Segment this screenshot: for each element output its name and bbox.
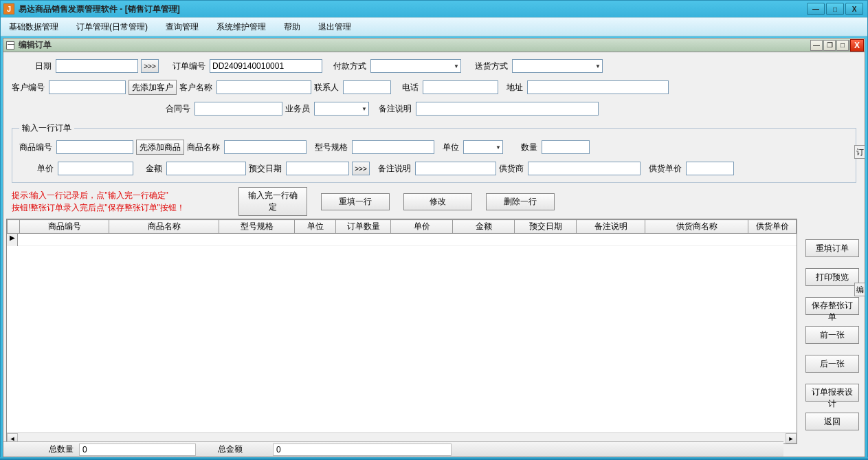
total-qty-value: 0 [79, 443, 196, 456]
modify-line-button[interactable]: 修改 [403, 193, 472, 210]
address-input[interactable] [527, 80, 669, 94]
side-tab-order[interactable]: 订 [854, 145, 865, 159]
col-product-name[interactable]: 商品名称 [109, 220, 219, 234]
outer-maximize-button[interactable]: □ [826, 3, 844, 15]
col-product-no[interactable]: 商品编号 [20, 220, 109, 234]
inner-minimize-button[interactable]: — [810, 40, 823, 51]
amount-label: 金额 [146, 163, 162, 175]
supplier-label: 供货商 [499, 163, 524, 175]
total-amount-value: 0 [273, 443, 452, 456]
delete-line-button[interactable]: 删除一行 [486, 193, 555, 210]
add-customer-button[interactable]: 先添加客户 [129, 80, 177, 95]
menu-help[interactable]: 帮助 [281, 19, 303, 36]
col-supply-price[interactable]: 供货单价 [748, 220, 797, 234]
order-lines-grid[interactable]: 商品编号 商品名称 型号规格 单位 订单数量 单价 金额 预交日期 备注说明 供… [6, 219, 797, 444]
col-remark[interactable]: 备注说明 [577, 220, 645, 234]
salesman-select[interactable] [314, 102, 369, 116]
col-model[interactable]: 型号规格 [219, 220, 295, 234]
order-no-input[interactable] [210, 59, 322, 73]
contact-label: 联系人 [314, 82, 339, 94]
phone-label: 电话 [402, 82, 419, 94]
os-taskbar [0, 457, 868, 460]
side-tab-edit[interactable]: 编 [854, 283, 865, 296]
total-qty-label: 总数量 [49, 443, 74, 455]
due-date-picker-button[interactable]: >>> [352, 162, 370, 175]
status-footer: 总数量 0 总金额 0 [3, 441, 783, 457]
date-input[interactable] [56, 59, 138, 73]
outer-close-button[interactable]: X [845, 3, 863, 15]
model-input[interactable] [352, 140, 434, 154]
confirm-line-button[interactable]: 输入完一行确定 [238, 187, 307, 216]
qty-label: 数量 [521, 142, 537, 153]
contact-input[interactable] [343, 80, 391, 94]
contract-input[interactable] [194, 102, 282, 116]
menu-system-maint[interactable]: 系统维护管理 [214, 19, 269, 36]
add-product-button[interactable]: 先添加商品 [136, 140, 184, 155]
inner-restore-button[interactable]: ❐ [823, 40, 836, 51]
col-price[interactable]: 单价 [391, 220, 453, 234]
menu-query-mgmt[interactable]: 查询管理 [163, 19, 201, 36]
inner-maximize-button[interactable]: □ [836, 40, 849, 51]
phone-input[interactable] [423, 80, 498, 94]
supplier-input[interactable] [528, 162, 641, 175]
refill-line-button[interactable]: 重填一行 [321, 193, 390, 210]
line-remark-label: 备注说明 [378, 163, 411, 175]
save-order-button[interactable]: 保存整张订单 [805, 297, 859, 315]
hint-line2: 按钮!整张订单录入完后点"保存整张订单"按钮！ [12, 201, 225, 214]
price-label: 单价 [37, 163, 54, 175]
grid-header-row: 商品编号 商品名称 型号规格 单位 订单数量 单价 金额 预交日期 备注说明 供… [8, 220, 797, 234]
remark-input[interactable] [416, 102, 599, 116]
print-preview-button[interactable]: 打印预览 [805, 268, 859, 286]
line-entry-legend: 输入一行订单 [19, 122, 74, 134]
model-label: 型号规格 [315, 142, 348, 153]
col-unit[interactable]: 单位 [295, 220, 336, 234]
menu-basic-data[interactable]: 基础数据管理 [6, 19, 61, 36]
price-input[interactable] [58, 162, 133, 175]
product-name-label: 商品名称 [187, 142, 220, 153]
line-entry-group: 输入一行订单 商品编号 先添加商品 商品名称 型号规格 单位 数量 单价 [12, 122, 856, 183]
salesman-label: 业务员 [285, 103, 310, 115]
line-remark-input[interactable] [415, 162, 496, 175]
customer-name-label: 客户名称 [179, 82, 212, 94]
prev-order-button[interactable]: 前一张 [805, 326, 859, 344]
supply-price-label: 供货单价 [649, 163, 682, 175]
outer-minimize-button[interactable]: — [807, 3, 825, 15]
supply-price-input[interactable] [686, 162, 734, 175]
inner-window-title: 编辑订单 [19, 39, 810, 51]
app-title: 易达商品销售发票管理软件 - [销售订单管理] [19, 3, 807, 15]
ship-method-select[interactable] [512, 59, 603, 73]
customer-no-input[interactable] [49, 80, 126, 94]
date-label: 日期 [35, 61, 52, 72]
report-design-button[interactable]: 订单报表设计 [805, 384, 859, 402]
pay-method-label: 付款方式 [333, 61, 366, 72]
next-order-button[interactable]: 后一张 [805, 355, 859, 373]
qty-input[interactable] [542, 140, 590, 154]
scroll-right-button[interactable]: ► [786, 433, 797, 443]
product-name-input[interactable] [224, 140, 307, 154]
col-due-date[interactable]: 预交日期 [515, 220, 577, 234]
customer-no-label: 客户编号 [12, 82, 45, 94]
refill-order-button[interactable]: 重填订单 [805, 239, 859, 257]
col-amount[interactable]: 金额 [453, 220, 515, 234]
table-row[interactable] [18, 234, 797, 246]
col-order-qty[interactable]: 订单数量 [336, 220, 391, 234]
pay-method-select[interactable] [370, 59, 461, 73]
back-button[interactable]: 返回 [805, 413, 859, 430]
edit-order-window: 编辑订单 — ❐ □ X 日期 >>> 订单编号 付款方式 送货方 [3, 38, 865, 457]
date-picker-button[interactable]: >>> [141, 59, 159, 73]
col-supplier-name[interactable]: 供货商名称 [645, 220, 748, 234]
menu-exit[interactable]: 退出管理 [315, 19, 354, 36]
product-no-input[interactable] [56, 140, 133, 154]
unit-select[interactable] [463, 140, 503, 154]
inner-window-icon [6, 41, 14, 50]
amount-input[interactable] [166, 162, 246, 175]
row-pointer-icon: ▶ [7, 234, 18, 246]
address-label: 地址 [507, 82, 523, 94]
order-no-label: 订单编号 [173, 61, 205, 72]
due-date-input[interactable] [286, 162, 349, 175]
app-icon: J [3, 3, 14, 14]
mdi-close-button[interactable]: X [850, 39, 864, 52]
menu-order-mgmt[interactable]: 订单管理(日常管理) [74, 19, 151, 36]
customer-name-input[interactable] [216, 80, 311, 94]
hint-line1: 提示:输入一行记录后，点"输入完一行确定" [12, 189, 225, 201]
